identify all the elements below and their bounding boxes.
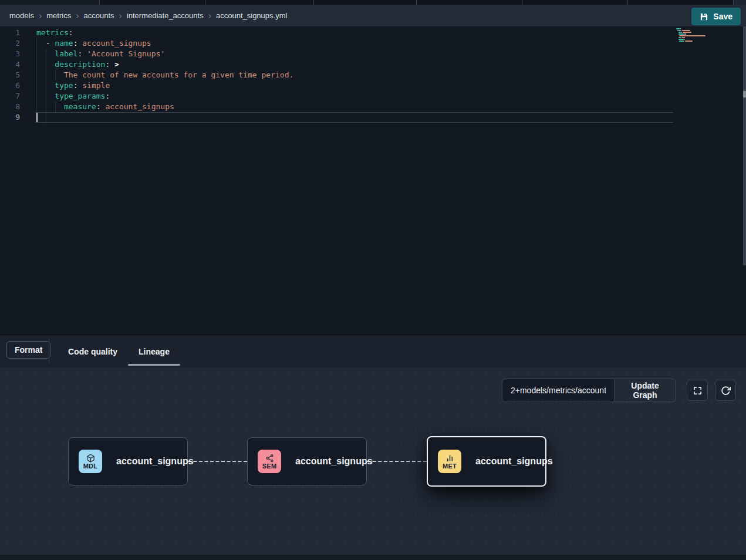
- code-line[interactable]: 8 measure: account_signups: [0, 102, 673, 112]
- breadcrumb-bar: models›metrics›accounts›intermediate_acc…: [0, 5, 746, 26]
- node-type-label: MDL: [83, 463, 98, 470]
- file-tab-strip: [0, 0, 746, 5]
- file-tab[interactable]: [734, 0, 746, 5]
- chevron-right-icon: ›: [208, 11, 211, 21]
- lineage-node-mdl[interactable]: MDLaccount_signups: [68, 437, 188, 485]
- minimap[interactable]: [676, 28, 738, 44]
- save-icon: [700, 12, 708, 21]
- file-tab[interactable]: [0, 0, 100, 5]
- node-type-badge: MDL: [79, 450, 102, 473]
- bar-chart-icon: [445, 454, 454, 463]
- save-label: Save: [713, 12, 733, 21]
- code-line[interactable]: 4 description: >: [0, 59, 673, 70]
- tab-lineage[interactable]: Lineage: [128, 335, 180, 368]
- code-line[interactable]: 2 - name: account_signups: [0, 38, 673, 49]
- cube-icon: [86, 454, 95, 463]
- panel-footer: [0, 555, 746, 560]
- node-label: account_signups: [295, 456, 373, 467]
- node-type-badge: SEM: [258, 450, 281, 473]
- line-number: 8: [0, 102, 20, 112]
- format-button[interactable]: Format: [6, 341, 50, 359]
- ide-window: models›metrics›accounts›intermediate_acc…: [0, 0, 746, 560]
- refresh-icon: [721, 386, 731, 396]
- node-label: account_signups: [475, 456, 553, 467]
- lineage-edge: [188, 461, 247, 462]
- line-number: 6: [0, 80, 20, 91]
- file-tab[interactable]: [522, 0, 628, 5]
- divider: [49, 339, 49, 363]
- line-number: 2: [0, 38, 20, 49]
- line-number: 1: [0, 28, 20, 38]
- save-button[interactable]: Save: [691, 8, 741, 25]
- line-number: 3: [0, 49, 20, 59]
- node-type-label: MET: [443, 463, 457, 470]
- code-line[interactable]: 7 type_params:: [0, 91, 673, 102]
- lineage-canvas[interactable]: Update Graph MDLaccount_signupsSEMaccoun…: [0, 367, 746, 555]
- code-line[interactable]: 1metrics:: [0, 28, 673, 38]
- file-tab[interactable]: [205, 0, 314, 5]
- chevron-right-icon: ›: [39, 11, 42, 21]
- code-line[interactable]: 5 The count of new accounts for a given …: [0, 70, 673, 80]
- code-line[interactable]: 6 type: simple: [0, 80, 673, 91]
- editor-scrollbar[interactable]: [743, 26, 746, 265]
- file-tab[interactable]: [628, 0, 734, 5]
- line-number: 9: [0, 112, 20, 123]
- chevron-right-icon: ›: [76, 11, 79, 21]
- breadcrumb-item[interactable]: intermediate_accounts: [127, 11, 204, 20]
- file-tab[interactable]: [314, 0, 417, 5]
- lineage-selector-input[interactable]: [502, 379, 615, 402]
- breadcrumb-item[interactable]: account_signups.yml: [216, 11, 287, 20]
- file-tab[interactable]: [417, 0, 522, 5]
- chevron-right-icon: ›: [119, 11, 122, 21]
- node-label: account_signups: [116, 456, 194, 467]
- breadcrumb-item[interactable]: accounts: [83, 11, 114, 20]
- lineage-edge: [367, 461, 427, 462]
- fullscreen-button[interactable]: [687, 380, 708, 401]
- panel-tabs: Code qualityLineage: [58, 335, 180, 368]
- code-editor[interactable]: 1metrics:2 - name: account_signups3 labe…: [0, 26, 746, 335]
- line-number: 7: [0, 91, 20, 102]
- tab-code-quality[interactable]: Code quality: [58, 335, 128, 368]
- node-type-label: SEM: [262, 463, 277, 470]
- code-line[interactable]: 3 label: 'Account Signups': [0, 49, 673, 59]
- breadcrumb: models›metrics›accounts›intermediate_acc…: [9, 11, 287, 21]
- breadcrumb-item[interactable]: models: [9, 11, 34, 20]
- scrollbar-thumb[interactable]: [743, 91, 746, 97]
- share-network-icon: [265, 454, 274, 463]
- file-tab[interactable]: [100, 0, 205, 5]
- update-graph-button[interactable]: Update Graph: [614, 379, 676, 402]
- breadcrumb-item[interactable]: metrics: [46, 11, 71, 20]
- bottom-panel-header: Format Code qualityLineage: [0, 335, 746, 367]
- code-lines: 1metrics:2 - name: account_signups3 labe…: [0, 28, 673, 123]
- line-number: 4: [0, 59, 20, 70]
- lineage-node-sem[interactable]: SEMaccount_signups: [247, 437, 367, 485]
- expand-icon: [693, 386, 703, 396]
- lineage-node-met[interactable]: METaccount_signups: [427, 436, 546, 487]
- code-line[interactable]: 9: [0, 112, 673, 123]
- refresh-button[interactable]: [715, 380, 736, 401]
- node-type-badge: MET: [438, 450, 461, 473]
- line-number: 5: [0, 70, 20, 80]
